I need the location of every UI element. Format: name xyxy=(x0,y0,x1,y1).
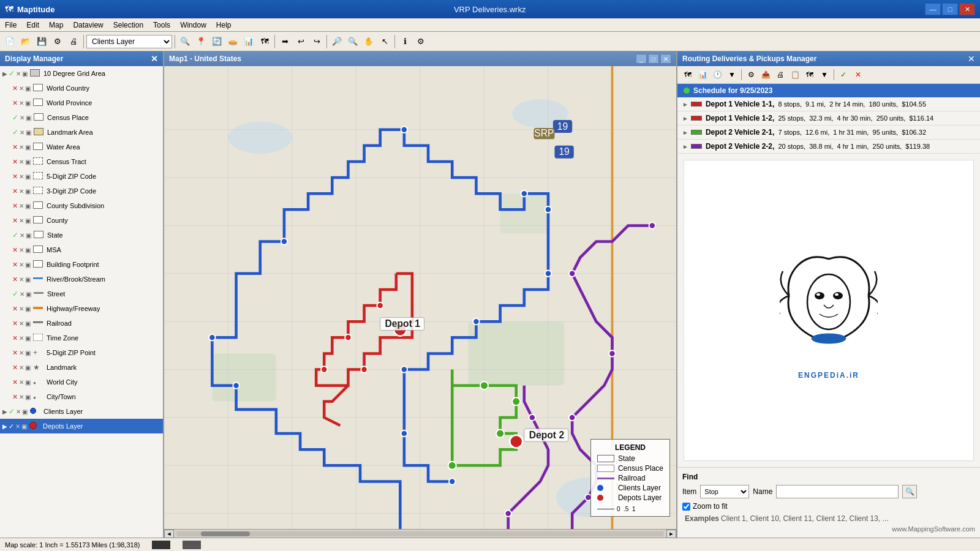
edit-wa[interactable]: ✕ xyxy=(19,144,24,151)
route-item-d2v21[interactable]: ► Depot 2 Vehicle 2-1, 7 stops, 12.6 mi,… xyxy=(677,126,980,140)
lock-zip3[interactable]: ▣ xyxy=(25,188,31,195)
layer-item-world-country[interactable]: ✕ ✕ ▣ World Country xyxy=(0,81,163,96)
edit-state[interactable]: ✕ xyxy=(20,232,24,239)
routing-btn-dropdown[interactable]: ▼ xyxy=(725,68,739,81)
visibility-county[interactable]: ✕ xyxy=(12,217,18,225)
layer-item-state[interactable]: ✓ ✕ ▣ State xyxy=(0,228,163,242)
visibility-ctown[interactable]: ✕ xyxy=(12,393,18,401)
routing-btn-7[interactable]: 📋 xyxy=(788,68,802,81)
scroll-left-btn[interactable]: ◄ xyxy=(164,530,174,538)
layer-select[interactable]: Clients Layer Depots Layer Street State xyxy=(86,35,172,48)
visibility-rr[interactable]: ✕ xyxy=(12,320,18,328)
lock-river[interactable]: ▣ xyxy=(25,276,31,283)
lock-depots[interactable]: ▣ xyxy=(21,423,27,430)
edit-building[interactable]: ✕ xyxy=(19,261,24,268)
item-select[interactable]: Stop Client Depot Route xyxy=(700,485,749,498)
layer-item-msa[interactable]: ✕ ✕ ▣ MSA xyxy=(0,242,163,257)
refresh-button[interactable]: 🔄 xyxy=(209,34,224,49)
layer-item-city-town[interactable]: ✕ ✕ ▣ ● City/Town xyxy=(0,389,163,404)
lock-building[interactable]: ▣ xyxy=(25,261,31,268)
edit-river[interactable]: ✕ xyxy=(19,276,24,283)
edit-zip5[interactable]: ✕ xyxy=(19,173,24,180)
pie-chart-button[interactable]: 🥧 xyxy=(225,34,240,49)
expand-clients[interactable]: ▶ xyxy=(2,408,7,415)
lock-wp[interactable]: ▣ xyxy=(25,100,31,107)
edit-tz[interactable]: ✕ xyxy=(19,335,24,342)
edit-lm[interactable]: ✕ xyxy=(19,364,24,371)
lock-highway[interactable]: ▣ xyxy=(25,305,31,312)
settings-button[interactable]: ⚙ xyxy=(413,34,428,49)
visibility-highway[interactable]: ✕ xyxy=(12,305,18,313)
lock-cs[interactable]: ▣ xyxy=(25,203,31,209)
menu-file[interactable]: File xyxy=(0,18,21,31)
new-button[interactable]: 📄 xyxy=(2,34,17,49)
map-content[interactable]: 19 19 SRP SRP xyxy=(164,66,676,529)
layer-item-clients[interactable]: ▶ ✓ ✕ ▣ Clients Layer xyxy=(0,404,163,419)
lock-state[interactable]: ▣ xyxy=(26,232,31,239)
visibility-zip5[interactable]: ✕ xyxy=(12,173,18,181)
edit-street[interactable]: ✕ xyxy=(20,291,24,298)
routing-btn-1[interactable]: 🗺 xyxy=(681,68,695,81)
edit-cp[interactable]: ✕ xyxy=(20,114,24,121)
layer-item-highway[interactable]: ✕ ✕ ▣ Highway/Freeway xyxy=(0,301,163,316)
visibility-wct[interactable]: ✕ xyxy=(12,378,18,386)
menu-help[interactable]: Help xyxy=(211,18,236,31)
visibility-wp[interactable]: ✕ xyxy=(12,99,18,107)
status-nav-left[interactable] xyxy=(152,541,170,549)
close-button[interactable]: ✕ xyxy=(959,3,975,15)
name-input[interactable] xyxy=(776,485,899,498)
expand-grid[interactable]: ▶ xyxy=(2,70,7,77)
routing-btn-5[interactable]: 📤 xyxy=(759,68,772,81)
lock-la[interactable]: ▣ xyxy=(26,129,31,136)
hscroll-thumb[interactable] xyxy=(201,531,250,536)
lock-wa[interactable]: ▣ xyxy=(25,144,31,151)
layer-item-railroad[interactable]: ✕ ✕ ▣ Railroad xyxy=(0,316,163,331)
layer-item-timezone[interactable]: ✕ ✕ ▣ Time Zone xyxy=(0,331,163,345)
routing-btn-cancel[interactable]: ✕ xyxy=(851,68,865,81)
status-nav-right[interactable] xyxy=(183,541,201,549)
edit-cs[interactable]: ✕ xyxy=(19,203,24,209)
visibility-ct[interactable]: ✕ xyxy=(12,158,18,166)
visibility-clients[interactable]: ✓ xyxy=(9,407,15,416)
menu-window[interactable]: Window xyxy=(175,18,211,31)
layer-item-world-city[interactable]: ✕ ✕ ▣ ● World City xyxy=(0,375,163,389)
edit-clients[interactable]: ✕ xyxy=(16,408,21,415)
edit-rr[interactable]: ✕ xyxy=(19,320,24,327)
route-button[interactable]: ➡ xyxy=(277,34,292,49)
lock-wct[interactable]: ▣ xyxy=(25,379,31,386)
layer-item-landmark-area[interactable]: ✓ ✕ ▣ Landmark Area xyxy=(0,125,163,140)
edit-depots[interactable]: ✕ xyxy=(15,423,20,430)
zoom-in-button[interactable]: 🔎 xyxy=(330,34,344,49)
visibility-building[interactable]: ✕ xyxy=(12,261,18,269)
minimize-button[interactable]: — xyxy=(925,3,941,15)
lock-lm[interactable]: ▣ xyxy=(25,364,31,371)
route-item-d1v11[interactable]: ► Depot 1 Vehicle 1-1, 8 stops, 9.1 mi, … xyxy=(677,97,980,111)
lock-msa[interactable]: ▣ xyxy=(25,247,31,253)
layer-item-county[interactable]: ✕ ✕ ▣ County xyxy=(0,213,163,228)
scroll-right-btn[interactable]: ► xyxy=(666,530,676,538)
edit-la[interactable]: ✕ xyxy=(20,129,24,136)
visibility-street[interactable]: ✓ xyxy=(12,290,18,298)
find-button[interactable]: 🔍 xyxy=(902,485,917,498)
lock-ct[interactable]: ▣ xyxy=(25,159,31,165)
lock-clients[interactable]: ▣ xyxy=(22,408,28,415)
layer-item-grid[interactable]: ▶ ✓ ✕ ▣ 10 Degree Grid Area xyxy=(0,66,163,81)
lock-tz[interactable]: ▣ xyxy=(25,335,31,342)
layer-item-depots[interactable]: ▶ ✓ ✕ ▣ Depots Layer xyxy=(0,419,163,433)
lock-cp[interactable]: ▣ xyxy=(26,114,31,121)
edit-ctown[interactable]: ✕ xyxy=(19,394,24,400)
layer-list[interactable]: ▶ ✓ ✕ ▣ 10 Degree Grid Area ✕ ✕ ▣ xyxy=(0,66,163,538)
map-hscroll[interactable]: ◄ ► xyxy=(164,529,676,538)
edit-wc[interactable]: ✕ xyxy=(19,85,24,92)
edit-highway[interactable]: ✕ xyxy=(19,305,24,312)
layer-item-census-place[interactable]: ✓ ✕ ▣ Census Place xyxy=(0,110,163,125)
layer-item-street[interactable]: ✓ ✕ ▣ Street xyxy=(0,287,163,301)
visibility-lm[interactable]: ✕ xyxy=(12,364,18,372)
pan-button[interactable]: ✋ xyxy=(361,34,376,49)
edit-zip3[interactable]: ✕ xyxy=(19,188,24,195)
visibility-zip3[interactable]: ✕ xyxy=(12,187,18,195)
zoom-out-button[interactable]: 🔍 xyxy=(345,34,360,49)
save-button[interactable]: 💾 xyxy=(34,34,49,49)
lock-ctown[interactable]: ▣ xyxy=(25,394,31,400)
menu-selection[interactable]: Selection xyxy=(108,18,148,31)
